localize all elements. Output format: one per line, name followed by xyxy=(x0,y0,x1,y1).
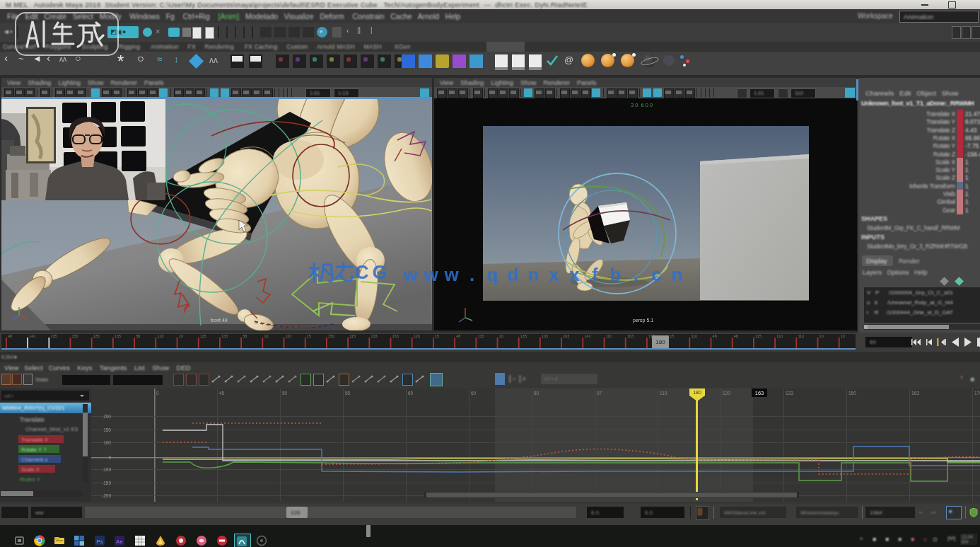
svg-text:170: 170 xyxy=(974,391,980,396)
svg-text:60: 60 xyxy=(408,391,414,396)
svg-text:80: 80 xyxy=(534,391,539,396)
svg-text:50: 50 xyxy=(282,391,288,396)
svg-text:135: 135 xyxy=(115,334,121,338)
svg-text:0: 0 xyxy=(156,391,159,396)
svg-text:15: 15 xyxy=(435,334,439,338)
svg-text:135: 135 xyxy=(50,334,57,338)
svg-text:150: 150 xyxy=(72,334,78,338)
svg-text:135: 135 xyxy=(520,334,527,338)
svg-text:Ps: Ps xyxy=(96,539,103,545)
svg-text:120: 120 xyxy=(414,334,420,338)
svg-text:133: 133 xyxy=(786,391,793,396)
svg-text:48: 48 xyxy=(713,334,717,338)
svg-text:69: 69 xyxy=(471,391,477,396)
svg-text:163: 163 xyxy=(911,391,919,396)
svg-text:110: 110 xyxy=(798,334,804,338)
svg-text:163: 163 xyxy=(563,334,569,338)
svg-text:-100: -100 xyxy=(102,467,111,472)
svg-text:58: 58 xyxy=(243,334,247,338)
svg-text:163: 163 xyxy=(627,334,634,338)
svg-text:-150: -150 xyxy=(102,480,111,485)
svg-text:163: 163 xyxy=(755,390,764,396)
svg-text:48: 48 xyxy=(8,334,12,338)
svg-text:133: 133 xyxy=(221,334,228,338)
svg-text:48: 48 xyxy=(456,334,460,338)
svg-text:150: 150 xyxy=(103,427,111,432)
svg-text:10: 10 xyxy=(819,334,824,338)
svg-text:15: 15 xyxy=(670,334,674,338)
svg-text:133: 133 xyxy=(371,334,377,338)
svg-text:10: 10 xyxy=(841,334,845,338)
svg-text:141: 141 xyxy=(584,334,590,338)
svg-text:0: 0 xyxy=(108,455,111,460)
svg-text:110: 110 xyxy=(776,334,783,338)
svg-text:48: 48 xyxy=(734,334,738,338)
svg-text:100: 100 xyxy=(103,440,111,445)
svg-text:front 49: front 49 xyxy=(211,318,228,323)
svg-text:10: 10 xyxy=(499,334,503,338)
svg-text:133: 133 xyxy=(542,334,548,338)
svg-text:110: 110 xyxy=(691,334,697,338)
svg-text:115: 115 xyxy=(755,334,762,338)
svg-text:10: 10 xyxy=(179,334,183,338)
svg-text:115: 115 xyxy=(349,334,356,338)
svg-text:180: 180 xyxy=(693,390,701,395)
svg-text:180: 180 xyxy=(655,339,665,345)
svg-text:Ae: Ae xyxy=(116,539,123,545)
svg-text:58: 58 xyxy=(136,334,140,338)
svg-text:150: 150 xyxy=(328,334,334,338)
svg-text:133: 133 xyxy=(477,334,484,338)
svg-text:135: 135 xyxy=(93,334,100,338)
svg-text:200: 200 xyxy=(103,414,111,419)
svg-text:120: 120 xyxy=(723,391,730,396)
svg-text:110: 110 xyxy=(606,334,612,338)
svg-text:163: 163 xyxy=(392,334,399,338)
svg-text:120: 120 xyxy=(157,334,163,338)
svg-text:3 0 6 0 0: 3 0 6 0 0 xyxy=(631,102,653,108)
svg-text:55: 55 xyxy=(345,391,351,396)
svg-text:45: 45 xyxy=(219,391,225,396)
svg-text:-200: -200 xyxy=(102,493,111,498)
svg-text:115: 115 xyxy=(200,334,206,338)
svg-text:97: 97 xyxy=(597,391,602,396)
svg-text:150: 150 xyxy=(848,391,856,396)
svg-text:10: 10 xyxy=(264,334,268,338)
svg-text:persp 5.1: persp 5.1 xyxy=(633,318,653,323)
svg-text:141: 141 xyxy=(29,334,35,338)
svg-text:110: 110 xyxy=(286,334,292,338)
svg-text:15: 15 xyxy=(307,334,311,338)
svg-text:110: 110 xyxy=(660,391,667,396)
